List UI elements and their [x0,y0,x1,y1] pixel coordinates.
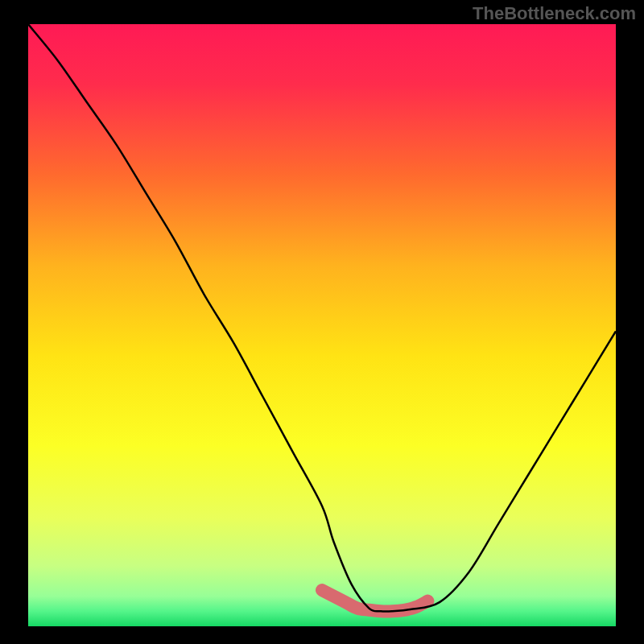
watermark-text: TheBottleneck.com [473,3,636,24]
chart-frame: TheBottleneck.com [0,0,644,644]
plot-area [28,24,616,626]
bottleneck-curve [28,24,616,626]
